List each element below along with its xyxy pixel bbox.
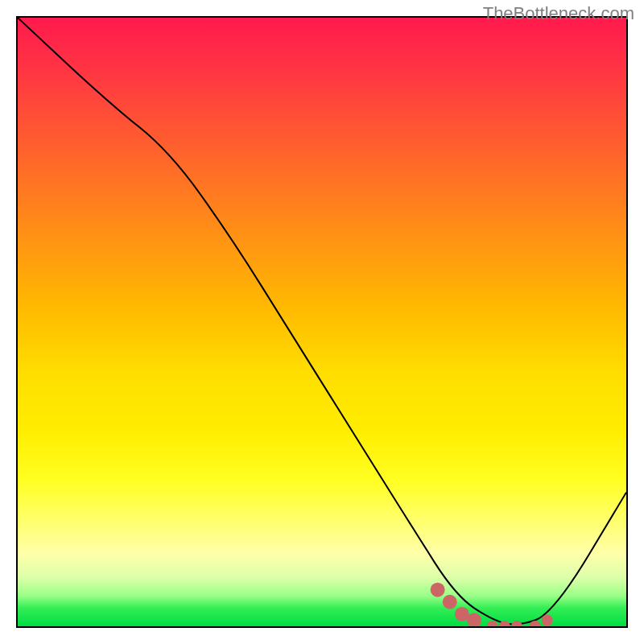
svg-point-6 — [511, 621, 522, 626]
svg-point-1 — [443, 595, 457, 609]
plot-area — [16, 16, 628, 628]
bottleneck-curve-path — [18, 18, 626, 624]
svg-point-0 — [431, 583, 445, 597]
svg-point-8 — [542, 614, 553, 625]
watermark-text: TheBottleneck.com — [483, 3, 634, 24]
svg-point-4 — [487, 621, 498, 626]
curve-svg — [18, 18, 626, 626]
chart-container: TheBottleneck.com — [0, 0, 644, 644]
